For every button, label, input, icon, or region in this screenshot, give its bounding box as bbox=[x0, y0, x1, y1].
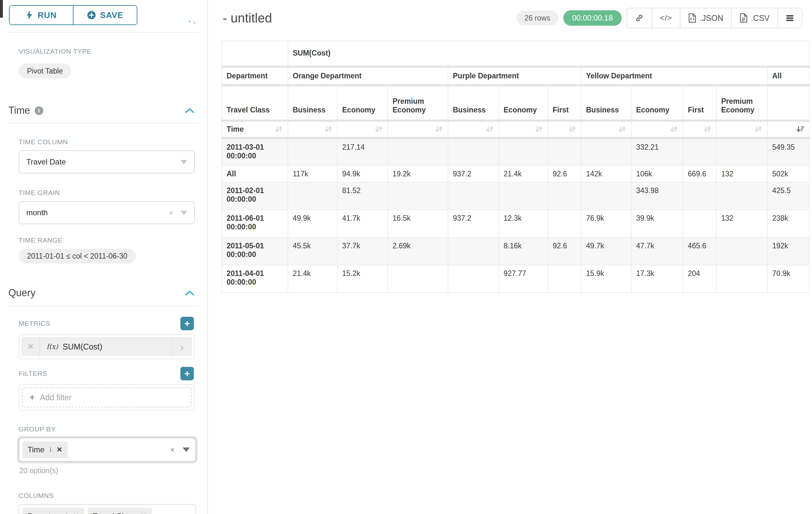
pivot-value-cell: 94.9k bbox=[337, 165, 388, 182]
sort-desc-icon[interactable] bbox=[795, 124, 805, 134]
pivot-value-cell bbox=[288, 182, 337, 210]
columns-chip-label: Travel Class bbox=[93, 512, 136, 514]
pivot-table: SUM(Cost)DepartmentOrange DepartmentPurp… bbox=[222, 40, 810, 293]
sort-icon[interactable] bbox=[485, 124, 495, 134]
pivot-value-cell: 17.3k bbox=[631, 265, 683, 293]
remove-metric-icon[interactable]: ✕ bbox=[22, 337, 40, 356]
pivot-value-cell: 15.2k bbox=[337, 265, 388, 293]
save-button[interactable]: SAVE bbox=[73, 6, 137, 24]
sort-icon[interactable] bbox=[274, 124, 284, 134]
lightning-icon bbox=[26, 10, 33, 20]
pivot-value-cell: 132 bbox=[716, 210, 767, 237]
columns-chip[interactable]: Travel Class ✕ bbox=[88, 508, 152, 514]
divider bbox=[8, 306, 199, 306]
sort-icon[interactable] bbox=[617, 124, 627, 134]
pivot-sort-cell bbox=[683, 120, 716, 138]
chart-title[interactable]: - untitled bbox=[223, 11, 272, 25]
metric-chip[interactable]: ✕ f(x) SUM(Cost) › bbox=[22, 337, 192, 356]
plus-circle-icon bbox=[87, 10, 96, 20]
pivot-metric-header: SUM(Cost) bbox=[288, 41, 809, 66]
pivot-value-cell: 132 bbox=[716, 165, 767, 182]
sort-icon[interactable] bbox=[702, 124, 712, 134]
save-button-label: SAVE bbox=[100, 10, 123, 20]
hamburger-icon bbox=[786, 14, 794, 22]
pivot-value-cell: 425.5 bbox=[767, 182, 809, 210]
pivot-department-header: All bbox=[767, 66, 809, 85]
time-column-select[interactable]: Travel Date bbox=[19, 150, 195, 173]
pivot-value-cell: 927.77 bbox=[499, 265, 548, 293]
group-by-label: GROUP BY bbox=[19, 425, 194, 433]
pivot-value-cell: 21.4k bbox=[499, 165, 548, 182]
sort-icon[interactable] bbox=[754, 124, 763, 134]
group-by-select[interactable]: Time i ✕ × bbox=[19, 437, 196, 462]
pivot-class-header: Business bbox=[448, 85, 499, 120]
pivot-row-header: All bbox=[222, 165, 288, 182]
columns-select[interactable]: Department ✕ Travel Class ✕ × bbox=[19, 504, 196, 514]
time-range-value[interactable]: 2011-01-01 ≤ col < 2011-06-30 bbox=[19, 249, 136, 264]
add-metric-button[interactable]: + bbox=[180, 317, 194, 330]
remove-chip-icon[interactable]: ✕ bbox=[73, 512, 79, 514]
remove-chip-icon[interactable]: ✕ bbox=[57, 445, 62, 454]
add-filter-button[interactable]: + Add filter bbox=[22, 387, 192, 407]
sort-icon[interactable] bbox=[374, 124, 383, 134]
pivot-sort-cell bbox=[448, 120, 499, 138]
pivot-value-cell: 937.2 bbox=[448, 165, 499, 182]
copy-link-button[interactable] bbox=[627, 8, 651, 28]
clear-icon[interactable]: × bbox=[170, 445, 175, 455]
menu-button[interactable] bbox=[777, 8, 802, 28]
columns-chip[interactable]: Department ✕ bbox=[23, 508, 84, 514]
pivot-value-cell: 49.7k bbox=[581, 237, 631, 265]
visualization-type-label: VISUALIZATION TYPE bbox=[19, 48, 194, 55]
sort-icon[interactable] bbox=[434, 124, 444, 134]
pivot-value-cell: 37.7k bbox=[337, 237, 388, 265]
pivot-value-cell: 16.5k bbox=[388, 210, 448, 237]
sort-icon[interactable] bbox=[323, 124, 333, 134]
pivot-value-cell: 106k bbox=[631, 165, 683, 182]
pivot-value-cell: 49.9k bbox=[288, 210, 337, 237]
file-code-icon bbox=[688, 13, 696, 23]
export-json-button[interactable]: .JSON bbox=[680, 8, 731, 28]
query-section-title: Query bbox=[8, 287, 35, 299]
metrics-label: METRICS bbox=[19, 320, 50, 327]
info-icon: i bbox=[50, 446, 51, 454]
run-button[interactable]: RUN bbox=[10, 6, 73, 24]
add-filter-plus-button[interactable]: + bbox=[180, 367, 194, 380]
chevron-right-icon[interactable]: › bbox=[171, 337, 192, 356]
chevron-up-icon[interactable] bbox=[185, 108, 195, 113]
pivot-sort-cell bbox=[767, 120, 809, 138]
pivot-value-cell bbox=[683, 210, 716, 237]
pivot-value-cell: 2.69k bbox=[388, 237, 448, 265]
sort-icon[interactable] bbox=[534, 124, 544, 134]
chevron-up-icon[interactable] bbox=[185, 290, 195, 296]
export-csv-button[interactable]: .CSV bbox=[731, 8, 777, 28]
group-by-chip-label: Time bbox=[28, 445, 44, 454]
control-panel: Chart Type RUN SAVE VISUALIZATION TYPE P… bbox=[0, 0, 208, 514]
pivot-class-header: Premium Economy bbox=[716, 85, 767, 120]
pivot-dimension-label: Department bbox=[222, 66, 288, 85]
pivot-value-cell: 502k bbox=[767, 165, 809, 182]
chevron-down-icon bbox=[181, 160, 187, 164]
group-by-chip[interactable]: Time i ✕ bbox=[23, 441, 68, 458]
clear-icon[interactable]: × bbox=[169, 208, 174, 218]
pivot-row-header: 2011-05-01 00:00:00 bbox=[222, 237, 288, 265]
sort-icon[interactable] bbox=[669, 124, 679, 134]
panel-topbar: Chart Type RUN SAVE bbox=[0, 0, 207, 33]
visualization-type-value[interactable]: Pivot Table bbox=[19, 63, 71, 78]
remove-chip-icon[interactable]: ✕ bbox=[141, 512, 146, 514]
pivot-value-cell bbox=[388, 265, 448, 293]
pivot-value-cell bbox=[448, 265, 499, 293]
pivot-class-header: Business bbox=[288, 85, 337, 120]
pivot-value-cell bbox=[716, 182, 767, 210]
time-section-title: Time bbox=[8, 105, 30, 116]
time-section-header: Time i bbox=[8, 105, 195, 116]
pivot-class-header: Economy bbox=[499, 85, 548, 120]
pivot-value-cell bbox=[448, 138, 499, 165]
pivot-value-cell: 21.4k bbox=[288, 265, 337, 293]
chevron-remnant-dot bbox=[194, 22, 196, 23]
sort-icon[interactable] bbox=[568, 124, 577, 134]
pivot-class-header: First bbox=[683, 85, 716, 120]
time-grain-select[interactable]: month × bbox=[19, 201, 195, 224]
pivot-value-cell: 217.14 bbox=[337, 138, 388, 165]
embed-code-button[interactable]: </> bbox=[651, 8, 680, 28]
row-count-badge: 26 rows bbox=[516, 10, 558, 25]
